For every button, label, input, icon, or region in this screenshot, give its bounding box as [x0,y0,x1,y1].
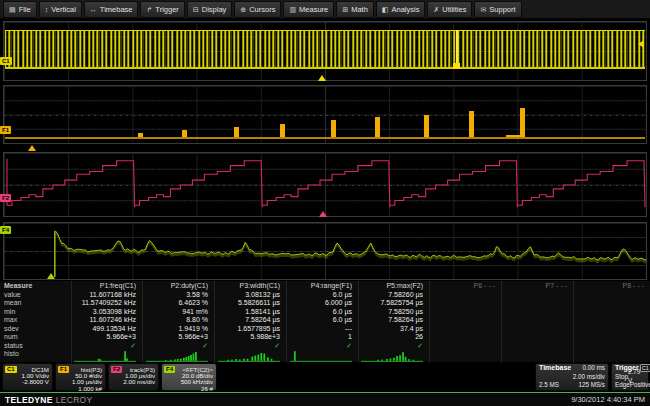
measure-header-row: MeasureP1:freq(C1)P2:duty(C1)P3:width(C1… [0,281,650,291]
mini-histo-bar [408,359,410,361]
cursors-icon: ⊕ [240,6,246,13]
cell-mean-p6 [429,299,501,308]
cell-min-p8 [573,308,650,317]
chip-f4[interactable]: F4 [0,226,11,234]
descriptor-c1[interactable]: C1DC1M1.00 V/div-2.8000 V [2,363,53,391]
row-label-sdev: sdev [0,325,71,334]
cell-min-p1: 3.053098 kHz [71,308,142,317]
cell-num-p8 [573,333,650,342]
trigger-level-marker[interactable] [638,40,644,48]
status-check-p5: ✓ [417,342,423,349]
row-label-mean: mean [0,299,71,308]
cell-min-p3: 1.58141 µs [214,308,286,317]
cell-mean-p3: 5.5826611 µs [214,299,286,308]
cell-value-p6 [429,291,501,300]
cell-mean-p1: 11.57409252 kHz [71,299,142,308]
grid-f4-fft[interactable] [3,222,647,280]
cell-value-p1: 11.607168 kHz [71,291,142,300]
cell-max-p4: 6.0 µs [286,316,358,325]
mini-histo-bar [235,359,237,361]
timebase-panel[interactable]: Timebase 0.00 ms 2.00 ms/div 2.5 MS 125 … [535,363,609,391]
f2-track-trace [4,153,646,216]
chip-f1[interactable]: F1 [0,126,11,134]
menu-cursors-button[interactable]: ⊕Cursors [234,1,281,18]
cell-histo-p8 [573,350,650,363]
descriptor-lines: 1.00 V/div-2.8000 V [3,373,52,386]
mini-histo-bar [381,359,383,360]
f1-position-marker[interactable] [28,145,36,151]
descriptor-f1[interactable]: F1hist(P3)50.0 #/div1.00 µs/div1.000 k# [55,363,106,391]
mini-histo-bar [195,351,197,360]
status-bar: TELEDYNELECROY 9/30/2012 4:40:34 PM [0,392,650,406]
menu-measure-button[interactable]: ▥Measure [283,1,334,18]
mini-histo-bar [98,358,100,360]
grid-c1[interactable] [3,21,647,81]
menu-display-label: Display [202,5,227,14]
param-header-3: P3:width(C1) [214,281,286,291]
descriptor-f4[interactable]: F4<FFT(C2)>20.0 dB/div500 kHz/div26 # [161,363,217,391]
mini-histo-bar [257,354,259,360]
param-header-8: P8 - - - [573,281,650,291]
cell-max-p2: 8.80 % [142,316,214,325]
badge-c1: C1 [5,366,17,373]
f2-position-marker[interactable] [319,211,327,217]
mini-histo-bar [254,355,256,360]
menu-vertical-label: Vertical [51,5,76,14]
cell-sdev-p3: 1.6577895 µs [214,325,286,334]
grid-f2-track[interactable] [3,152,647,217]
menu-trigger-label: Trigger [155,5,178,14]
f4-fft-noise-fill [56,231,646,263]
menu-cursors-label: Cursors [249,5,275,14]
measure-icon: ▥ [289,6,296,13]
trigger-icon: ↱ [146,6,152,13]
badge-f2: F2 [111,366,122,373]
measure-row-num: num5.966e+35.966e+35.988e+3126 [0,333,650,342]
mini-histo-bar [180,358,182,360]
trigger-panel[interactable]: Trigger C1DC Stop 2.79 V Edge Positive [611,363,649,391]
menu-analysis-button[interactable]: ◧Analysis [376,1,426,18]
datetime: 9/30/2012 4:40:34 PM [571,395,645,404]
trigger-mode: Stop [615,373,628,382]
chip-f2[interactable]: F2 [0,194,11,202]
measure-row-max: max11.607246 kHz8.80 %7.58264 µs6.0 µs7.… [0,316,650,325]
measure-row-mean: mean11.57409252 kHz6.4623 %5.5826611 µs6… [0,299,650,308]
f1-bar [280,124,285,137]
measure-row-value: value11.607168 kHz3.58 %3.08132 µs6.0 µs… [0,291,650,300]
cell-sdev-p1: 499.13534 Hz [71,325,142,334]
cell-num-p7 [501,333,573,342]
grid-f1-histogram[interactable] [3,85,647,144]
chip-c1[interactable]: C1 [0,57,12,65]
timebase-samples: 2.5 MS [539,381,559,390]
f4-fft-trace [4,223,646,279]
mini-histo-bar [402,352,404,361]
descriptor-f2[interactable]: F2track(P3)1.00 µs/div2.00 ms/div [108,363,159,391]
mini-histo-bar [399,355,401,361]
menu-utilities-button[interactable]: ✗Utilities [427,1,472,18]
mini-histo-bar [165,360,167,361]
menu-display-button[interactable]: ⊟Display [187,1,232,18]
menu-math-button[interactable]: ⊞Math [336,1,374,18]
brand-teledyne: TELEDYNE [5,395,53,405]
minor-ticks [4,129,646,130]
cell-status-p2: ✓ [142,342,214,350]
menu-file-button[interactable]: ▤File [3,1,37,18]
cell-value-p4: 6.0 µs [286,291,358,300]
status-check-p1: ✓ [130,342,136,349]
menu-trigger-button[interactable]: ↱Trigger [140,1,184,18]
brand-lecroy: LECROY [56,395,93,405]
f4-position-marker[interactable] [47,273,55,279]
menu-vertical-button[interactable]: ↕Vertical [39,1,82,18]
param-header-5: P5:max(F2) [358,281,429,291]
timebase-delay: 0.00 ms [583,364,605,373]
trigger-time-marker[interactable] [318,75,326,81]
cell-histo-p3 [214,350,286,363]
menu-file-label: File [19,5,31,14]
row-label-min: min [0,308,71,317]
cell-max-p8 [573,316,650,325]
cell-sdev-p8 [573,325,650,334]
menu-support-button[interactable]: ✉Support [474,1,521,18]
timebase-scale: 2.00 ms/div [573,373,605,382]
cell-status-p5: ✓ [358,342,429,350]
descriptor-line: 1.000 k# [56,386,102,392]
menu-timebase-button[interactable]: ↔Timebase [84,1,139,18]
